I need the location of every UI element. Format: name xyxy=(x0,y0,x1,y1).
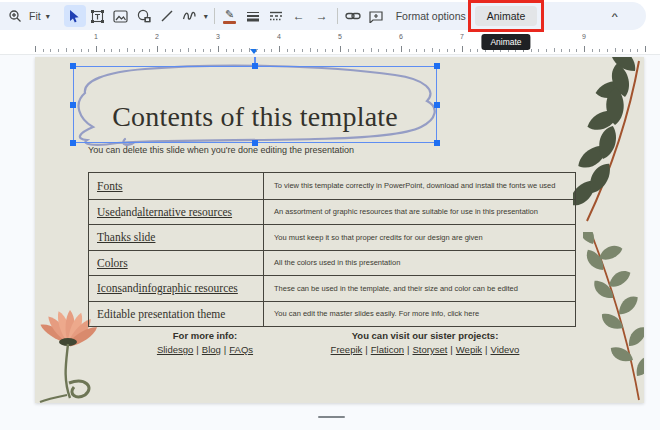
footer-link-videvo[interactable]: Videvo xyxy=(491,344,520,355)
link-separator: | xyxy=(224,344,226,355)
zoom-fit-select[interactable]: Fit xyxy=(27,10,43,22)
ruler-number: 6 xyxy=(399,33,403,40)
select-tool-button[interactable] xyxy=(64,5,86,27)
term-link[interactable]: Colors xyxy=(97,257,128,269)
selection-handle[interactable] xyxy=(70,63,76,69)
slide[interactable]: Contents of this template You can delete… xyxy=(35,57,644,403)
table-term: Thanks slide xyxy=(89,224,264,250)
footer-link-faqs[interactable]: FAQs xyxy=(229,344,253,355)
term-text: and xyxy=(122,282,139,294)
table-desc: An assortment of graphic resources that … xyxy=(264,199,575,225)
google-slides-app: Fit ▾ xyxy=(0,0,660,430)
footer-link-freepik[interactable]: Freepik xyxy=(331,344,363,355)
add-comment-button[interactable] xyxy=(365,5,387,27)
link-separator: | xyxy=(450,344,452,355)
leaf-branch-bottom-right-decoration xyxy=(583,232,644,403)
border-weight-button[interactable] xyxy=(242,5,264,27)
line-start-button[interactable]: ← xyxy=(288,5,310,27)
footer-link-wepik[interactable]: Wepik xyxy=(456,344,482,355)
leaf-branch-top-right-decoration xyxy=(573,57,644,229)
term-link[interactable]: Used xyxy=(97,206,121,218)
table-desc: You can edit the master slides easily. F… xyxy=(264,301,575,327)
footer-link-flaticon[interactable]: Flaticon xyxy=(371,344,404,355)
toolbar-divider xyxy=(337,8,338,24)
line-end-button[interactable]: → xyxy=(311,5,333,27)
border-color-swatch xyxy=(223,21,236,24)
toolbar-divider xyxy=(214,8,215,24)
ruler: 123456789 xyxy=(0,30,660,55)
ruler-number: 9 xyxy=(582,33,586,40)
footer-link-blog[interactable]: Blog xyxy=(202,344,221,355)
ruler-number: 1 xyxy=(94,33,98,40)
table-desc: To view this template correctly in Power… xyxy=(264,173,575,199)
term-text: and xyxy=(121,206,138,218)
link-separator: | xyxy=(365,344,367,355)
footer-link-storyset[interactable]: Storyset xyxy=(412,344,447,355)
table-term: Editable presentation theme xyxy=(89,301,264,327)
term-link[interactable]: infographic resources xyxy=(139,282,238,294)
link-separator: | xyxy=(485,344,487,355)
footer-sister-projects: You can visit our sister projects: Freep… xyxy=(300,330,550,355)
zoom-icon[interactable] xyxy=(4,5,26,27)
footer-link-slidesgo[interactable]: Slidesgo xyxy=(157,344,193,355)
footer-more-info: For more info: Slidesgo|Blog|FAQs xyxy=(105,330,305,355)
selection-handle[interactable] xyxy=(252,63,258,69)
term-text: Editable presentation theme xyxy=(97,308,225,320)
collapse-toolbar-icon[interactable]: ^ xyxy=(612,12,618,20)
table-term: Fonts xyxy=(89,173,264,199)
selection-handle[interactable] xyxy=(434,140,440,146)
table-desc: You must keep it so that proper credits … xyxy=(264,224,575,250)
slide-title[interactable]: Contents of this template xyxy=(112,101,398,142)
table-term: Icons and infographic resources xyxy=(89,275,264,301)
scribble-tool-button[interactable] xyxy=(179,5,201,27)
table-desc: All the colors used in this presentation xyxy=(264,250,575,276)
selection-handle[interactable] xyxy=(70,102,76,108)
table-term: Colors xyxy=(89,250,264,276)
arrow-left-icon: ← xyxy=(293,9,305,23)
term-link[interactable]: Fonts xyxy=(97,180,123,192)
animate-tooltip: Animate xyxy=(481,34,530,50)
table-desc: These can be used in the template, and t… xyxy=(264,275,575,301)
text-box-tool-button[interactable] xyxy=(87,5,109,27)
table-term: Used and alternative resources xyxy=(89,199,264,225)
selection-handle[interactable] xyxy=(252,140,258,146)
ruler-number: 3 xyxy=(216,33,220,40)
term-link[interactable]: Thanks slide xyxy=(97,231,155,243)
ruler-number: 2 xyxy=(155,33,159,40)
animate-button-wrapper: Animate Animate xyxy=(475,6,538,26)
insert-image-button[interactable] xyxy=(110,5,132,27)
editing-canvas[interactable]: Contents of this template You can delete… xyxy=(0,55,660,430)
arrow-right-icon: → xyxy=(316,9,328,23)
insert-link-button[interactable] xyxy=(342,5,364,27)
footer-label: For more info: xyxy=(105,330,305,341)
zoom-dropdown-icon[interactable]: ▾ xyxy=(44,12,52,21)
ruler-number: 7 xyxy=(460,33,464,40)
toolbar: Fit ▾ xyxy=(0,2,646,30)
link-separator: | xyxy=(196,344,198,355)
term-link[interactable]: alternative resources xyxy=(137,206,232,218)
ruler-number: 5 xyxy=(338,33,342,40)
scribble-dropdown-icon[interactable]: ▾ xyxy=(202,12,210,21)
insert-shape-button[interactable] xyxy=(133,5,155,27)
speaker-notes-resize-handle[interactable] xyxy=(318,416,345,418)
insert-line-button[interactable] xyxy=(156,5,178,27)
pencil-icon: ✎ xyxy=(225,9,234,20)
border-color-button[interactable]: ✎ xyxy=(219,5,241,27)
animate-button[interactable]: Animate xyxy=(475,6,538,26)
border-dash-button[interactable] xyxy=(265,5,287,27)
ruler-number: 4 xyxy=(277,33,281,40)
term-link[interactable]: Icons xyxy=(97,282,122,294)
contents-table[interactable]: Fonts To view this template correctly in… xyxy=(88,172,576,327)
link-separator: | xyxy=(407,344,409,355)
title-selection-box[interactable]: Contents of this template xyxy=(73,66,437,143)
format-options-button[interactable]: Format options xyxy=(388,10,474,22)
selection-handle[interactable] xyxy=(70,140,76,146)
selection-handle[interactable] xyxy=(434,102,440,108)
selection-handle[interactable] xyxy=(434,63,440,69)
footer-label: You can visit our sister projects: xyxy=(300,330,550,341)
